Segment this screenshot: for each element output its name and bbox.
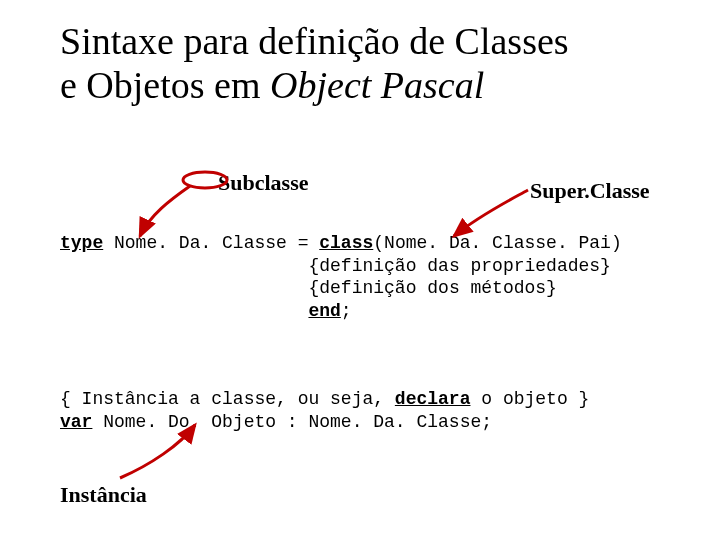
- keyword-declara: declara: [395, 389, 471, 409]
- code1-l1b: (Nome. Da. Classe. Pai): [373, 233, 621, 253]
- indent: [60, 278, 308, 298]
- title-line2-italic: Object Pascal: [270, 64, 484, 106]
- slide-title: Sintaxe para definição de Classes e Obje…: [60, 20, 680, 107]
- keyword-type: type: [60, 233, 103, 253]
- label-subclasse: Subclasse: [218, 170, 308, 196]
- keyword-class: class: [319, 233, 373, 253]
- code2-l1b: o objeto }: [470, 389, 589, 409]
- label-instancia: Instância: [60, 482, 147, 508]
- indent: [60, 256, 308, 276]
- label-superclasse: Super.Classe: [530, 178, 650, 204]
- keyword-end: end: [308, 301, 340, 321]
- code1-l1a: Nome. Da. Classe =: [103, 233, 319, 253]
- arrow-subclasse-icon: [140, 186, 190, 236]
- code1-semi: ;: [341, 301, 352, 321]
- title-line2-plain: e Objetos em: [60, 64, 270, 106]
- arrow-superclasse-icon: [454, 190, 528, 236]
- code1-l3: {definição dos métodos}: [308, 278, 556, 298]
- code-block-class-def: type Nome. Da. Classe = class(Nome. Da. …: [60, 232, 622, 322]
- code2-l1a: { Instância a classe, ou seja,: [60, 389, 395, 409]
- code2-l2: Nome. Do. Objeto : Nome. Da. Classe;: [92, 412, 492, 432]
- indent: [60, 301, 308, 321]
- slide: Sintaxe para definição de Classes e Obje…: [0, 0, 720, 540]
- code-block-instance: { Instância a classe, ou seja, declara o…: [60, 388, 589, 433]
- code1-l2: {definição das propriedades}: [308, 256, 610, 276]
- keyword-var: var: [60, 412, 92, 432]
- title-line1: Sintaxe para definição de Classes: [60, 20, 569, 62]
